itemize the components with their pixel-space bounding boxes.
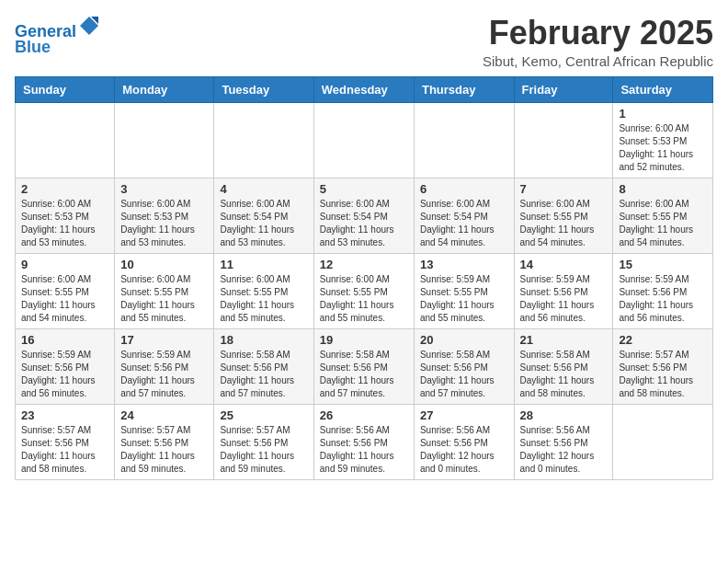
day-number: 21 [520, 333, 608, 347]
day-number: 5 [320, 182, 408, 196]
calendar-cell: 26Sunrise: 5:56 AM Sunset: 5:56 PM Dayli… [313, 404, 414, 479]
day-info: Sunrise: 6:00 AM Sunset: 5:54 PM Dayligh… [220, 198, 307, 249]
calendar-cell [115, 102, 214, 178]
day-info: Sunrise: 6:00 AM Sunset: 5:55 PM Dayligh… [220, 273, 307, 325]
calendar-cell: 9Sunrise: 6:00 AM Sunset: 5:55 PM Daylig… [16, 253, 115, 328]
weekday-monday: Monday [115, 76, 214, 102]
calendar-cell: 12Sunrise: 6:00 AM Sunset: 5:55 PM Dayli… [313, 253, 414, 328]
day-info: Sunrise: 5:58 AM Sunset: 5:56 PM Dayligh… [320, 349, 408, 400]
weekday-tuesday: Tuesday [214, 76, 313, 102]
day-number: 26 [320, 408, 408, 422]
day-number: 3 [120, 182, 208, 196]
calendar-cell: 4Sunrise: 6:00 AM Sunset: 5:54 PM Daylig… [214, 178, 313, 253]
day-number: 4 [220, 182, 307, 196]
day-number: 11 [220, 258, 307, 271]
day-info: Sunrise: 6:00 AM Sunset: 5:53 PM Dayligh… [21, 198, 108, 249]
day-number: 27 [420, 408, 508, 422]
day-number: 2 [21, 182, 108, 196]
calendar-cell: 7Sunrise: 6:00 AM Sunset: 5:55 PM Daylig… [514, 178, 613, 253]
calendar-cell: 2Sunrise: 6:00 AM Sunset: 5:53 PM Daylig… [16, 178, 115, 253]
calendar-cell: 24Sunrise: 5:57 AM Sunset: 5:56 PM Dayli… [115, 404, 214, 479]
calendar-cell: 14Sunrise: 5:59 AM Sunset: 5:56 PM Dayli… [514, 253, 613, 328]
calendar-cell: 18Sunrise: 5:58 AM Sunset: 5:56 PM Dayli… [214, 328, 313, 404]
day-number: 13 [420, 258, 508, 271]
calendar-cell: 6Sunrise: 6:00 AM Sunset: 5:54 PM Daylig… [414, 178, 514, 253]
calendar-body: 1Sunrise: 6:00 AM Sunset: 5:53 PM Daylig… [16, 102, 713, 479]
day-info: Sunrise: 5:59 AM Sunset: 5:55 PM Dayligh… [420, 273, 508, 325]
day-info: Sunrise: 6:00 AM Sunset: 5:55 PM Dayligh… [120, 273, 208, 325]
logo-icon [78, 15, 100, 37]
calendar-cell: 11Sunrise: 6:00 AM Sunset: 5:55 PM Dayli… [214, 253, 313, 328]
day-info: Sunrise: 5:57 AM Sunset: 5:56 PM Dayligh… [21, 424, 108, 476]
day-number: 7 [520, 182, 608, 196]
logo: General Blue [15, 15, 100, 57]
weekday-wednesday: Wednesday [313, 76, 414, 102]
month-year: February 2025 [483, 15, 713, 52]
calendar-cell: 25Sunrise: 5:57 AM Sunset: 5:56 PM Dayli… [214, 404, 313, 479]
day-info: Sunrise: 5:59 AM Sunset: 5:56 PM Dayligh… [520, 273, 608, 325]
calendar: SundayMondayTuesdayWednesdayThursdayFrid… [15, 76, 713, 480]
weekday-thursday: Thursday [414, 76, 514, 102]
calendar-cell: 13Sunrise: 5:59 AM Sunset: 5:55 PM Dayli… [414, 253, 514, 328]
calendar-cell: 21Sunrise: 5:58 AM Sunset: 5:56 PM Dayli… [514, 328, 613, 404]
day-info: Sunrise: 6:00 AM Sunset: 5:55 PM Dayligh… [520, 198, 608, 249]
day-info: Sunrise: 5:56 AM Sunset: 5:56 PM Dayligh… [320, 424, 408, 476]
calendar-cell: 10Sunrise: 6:00 AM Sunset: 5:55 PM Dayli… [115, 253, 214, 328]
day-info: Sunrise: 6:00 AM Sunset: 5:55 PM Dayligh… [21, 273, 108, 325]
calendar-week-5: 23Sunrise: 5:57 AM Sunset: 5:56 PM Dayli… [16, 404, 713, 479]
day-info: Sunrise: 6:00 AM Sunset: 5:54 PM Dayligh… [420, 198, 508, 249]
day-info: Sunrise: 5:59 AM Sunset: 5:56 PM Dayligh… [619, 273, 707, 325]
day-number: 9 [21, 258, 108, 271]
day-info: Sunrise: 5:58 AM Sunset: 5:56 PM Dayligh… [420, 349, 508, 400]
day-number: 18 [220, 333, 307, 347]
day-info: Sunrise: 6:00 AM Sunset: 5:55 PM Dayligh… [320, 273, 408, 325]
weekday-saturday: Saturday [613, 76, 713, 102]
calendar-week-1: 1Sunrise: 6:00 AM Sunset: 5:53 PM Daylig… [16, 102, 713, 178]
day-info: Sunrise: 6:00 AM Sunset: 5:55 PM Dayligh… [619, 198, 707, 249]
day-number: 28 [520, 408, 608, 422]
day-info: Sunrise: 5:56 AM Sunset: 5:56 PM Dayligh… [520, 424, 608, 476]
calendar-cell: 15Sunrise: 5:59 AM Sunset: 5:56 PM Dayli… [613, 253, 713, 328]
calendar-cell: 17Sunrise: 5:59 AM Sunset: 5:56 PM Dayli… [115, 328, 214, 404]
weekday-sunday: Sunday [16, 76, 115, 102]
calendar-cell: 16Sunrise: 5:59 AM Sunset: 5:56 PM Dayli… [16, 328, 115, 404]
calendar-week-2: 2Sunrise: 6:00 AM Sunset: 5:53 PM Daylig… [16, 178, 713, 253]
calendar-cell: 1Sunrise: 6:00 AM Sunset: 5:53 PM Daylig… [613, 102, 713, 178]
day-info: Sunrise: 6:00 AM Sunset: 5:54 PM Dayligh… [320, 198, 408, 249]
day-number: 14 [520, 258, 608, 271]
day-number: 22 [619, 333, 707, 347]
calendar-cell [414, 102, 514, 178]
calendar-cell: 20Sunrise: 5:58 AM Sunset: 5:56 PM Dayli… [414, 328, 514, 404]
day-info: Sunrise: 5:57 AM Sunset: 5:56 PM Dayligh… [619, 349, 707, 400]
day-number: 20 [420, 333, 508, 347]
day-info: Sunrise: 5:56 AM Sunset: 5:56 PM Dayligh… [420, 424, 508, 476]
calendar-cell: 19Sunrise: 5:58 AM Sunset: 5:56 PM Dayli… [313, 328, 414, 404]
day-number: 23 [21, 408, 108, 422]
calendar-cell: 28Sunrise: 5:56 AM Sunset: 5:56 PM Dayli… [514, 404, 613, 479]
weekday-friday: Friday [514, 76, 613, 102]
day-info: Sunrise: 5:58 AM Sunset: 5:56 PM Dayligh… [520, 349, 608, 400]
weekday-header-row: SundayMondayTuesdayWednesdayThursdayFrid… [16, 76, 713, 102]
day-info: Sunrise: 5:59 AM Sunset: 5:56 PM Dayligh… [120, 349, 208, 400]
calendar-week-3: 9Sunrise: 6:00 AM Sunset: 5:55 PM Daylig… [16, 253, 713, 328]
calendar-week-4: 16Sunrise: 5:59 AM Sunset: 5:56 PM Dayli… [16, 328, 713, 404]
day-number: 6 [420, 182, 508, 196]
day-info: Sunrise: 6:00 AM Sunset: 5:53 PM Dayligh… [120, 198, 208, 249]
page-header: General Blue February 2025 Sibut, Kemo, … [15, 15, 713, 69]
day-info: Sunrise: 5:58 AM Sunset: 5:56 PM Dayligh… [220, 349, 307, 400]
calendar-cell [313, 102, 414, 178]
day-number: 25 [220, 408, 307, 422]
calendar-cell: 8Sunrise: 6:00 AM Sunset: 5:55 PM Daylig… [613, 178, 713, 253]
calendar-cell [613, 404, 713, 479]
calendar-cell: 22Sunrise: 5:57 AM Sunset: 5:56 PM Dayli… [613, 328, 713, 404]
day-number: 17 [120, 333, 208, 347]
day-info: Sunrise: 5:57 AM Sunset: 5:56 PM Dayligh… [220, 424, 307, 476]
title-area: February 2025 Sibut, Kemo, Central Afric… [483, 15, 713, 69]
day-number: 1 [619, 107, 707, 121]
calendar-cell: 27Sunrise: 5:56 AM Sunset: 5:56 PM Dayli… [414, 404, 514, 479]
calendar-cell: 3Sunrise: 6:00 AM Sunset: 5:53 PM Daylig… [115, 178, 214, 253]
day-number: 15 [619, 258, 707, 271]
day-number: 8 [619, 182, 707, 196]
calendar-cell: 5Sunrise: 6:00 AM Sunset: 5:54 PM Daylig… [313, 178, 414, 253]
calendar-cell [16, 102, 115, 178]
